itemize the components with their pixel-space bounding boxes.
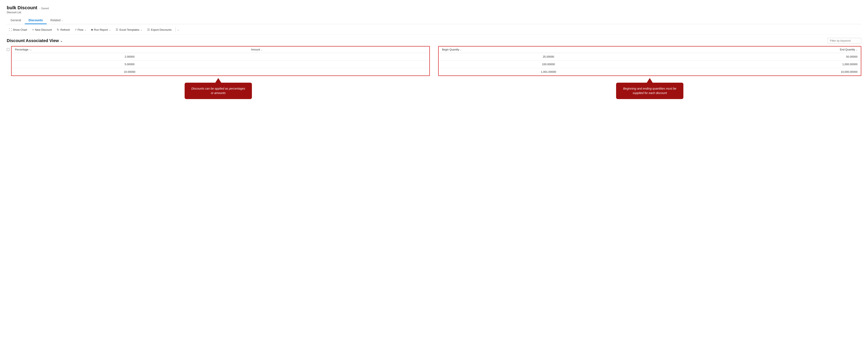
excel-templates-icon: ☵	[116, 28, 118, 31]
right-table-section: Begin Quantity ⌄ End Quantity ⌄ 25.00000…	[438, 46, 861, 99]
right-callout: Beginning and ending quantities must be …	[438, 78, 861, 99]
refresh-icon: ↻	[57, 28, 59, 31]
left-callout-arrow	[215, 78, 221, 83]
right-table: Begin Quantity ⌄ End Quantity ⌄ 25.00000…	[439, 47, 861, 75]
run-report-icon: ■	[91, 28, 93, 31]
run-report-chevron-icon: ⌄	[109, 29, 111, 31]
table-row: 2.00000	[11, 53, 429, 61]
excel-templates-chevron-icon: ⌄	[141, 29, 142, 31]
select-all-checkbox-left[interactable]	[7, 48, 9, 51]
col-percentage-sort-icon: ↑⌄	[29, 49, 32, 51]
export-discounts-label: Export Discounts	[151, 28, 172, 31]
run-report-button[interactable]: ■ Run Report ⌄	[89, 27, 113, 33]
flow-chevron-icon: ⌄	[84, 29, 86, 31]
toolbar-more-chevron-icon[interactable]: ⌄	[177, 29, 179, 31]
show-chart-label: Show Chart	[13, 28, 27, 31]
tab-general[interactable]: General	[7, 17, 25, 24]
tab-discounts-label: Discounts	[29, 19, 43, 22]
toolbar-separator	[175, 27, 176, 32]
col-percentage[interactable]: Percentage ↑⌄	[11, 47, 248, 53]
toolbar: ⛶ Show Chart + New Discount ↻ Refresh ♯ …	[7, 24, 861, 34]
view-title-label: Discount Associated View	[7, 38, 59, 43]
show-chart-button[interactable]: ⛶ Show Chart	[7, 27, 29, 33]
page-subtitle: Discount List	[7, 11, 861, 14]
cell-percentage-1: 2.00000	[11, 53, 248, 61]
cell-begin-2: 100.00000	[439, 61, 658, 68]
col-begin-quantity-label: Begin Quantity	[442, 48, 459, 51]
left-table-section: Percentage ↑⌄ Amount ⌄ 2.00000	[7, 46, 430, 99]
cell-percentage-2: 5.00000	[11, 61, 248, 68]
new-discount-label: New Discount	[35, 28, 52, 31]
table-row: 10.00000	[11, 68, 429, 76]
cell-end-1: 50.00000	[658, 53, 861, 61]
left-callout-box: Discounts can be applied as percentages …	[185, 83, 252, 99]
tab-related-chevron-icon: ⌄	[61, 19, 63, 22]
col-end-quantity-label: End Quantity	[840, 48, 855, 51]
refresh-button[interactable]: ↻ Refresh	[55, 27, 72, 33]
col-end-sort-icon: ⌄	[856, 49, 858, 51]
col-amount-sort-icon: ⌄	[261, 49, 262, 51]
right-callout-arrow	[647, 78, 653, 83]
tab-related-label: Related	[51, 19, 61, 22]
view-title-chevron-icon: ⌄	[60, 39, 63, 42]
page-saved-label: - Saved	[39, 7, 49, 10]
left-callout: Discounts can be applied as percentages …	[7, 78, 430, 99]
cell-percentage-3: 10.00000	[11, 68, 248, 76]
view-header: Discount Associated View ⌄	[7, 38, 861, 43]
tab-bar: General Discounts Related ⌄	[7, 17, 861, 24]
right-highlighted-table: Begin Quantity ⌄ End Quantity ⌄ 25.00000…	[438, 46, 861, 76]
table-row: 100.00000 1,000.00000	[439, 61, 861, 68]
right-callout-box: Beginning and ending quantities must be …	[616, 83, 683, 99]
export-discounts-icon: ☵	[147, 28, 150, 31]
flow-label: Flow	[78, 28, 83, 31]
page-title: bulk Discount	[7, 5, 37, 10]
cell-amount-3	[248, 68, 429, 76]
flow-button[interactable]: ♯ Flow ⌄	[73, 27, 88, 33]
refresh-label: Refresh	[60, 28, 70, 31]
col-amount[interactable]: Amount ⌄	[248, 47, 429, 53]
view-title[interactable]: Discount Associated View ⌄	[7, 38, 63, 43]
new-discount-icon: +	[32, 28, 34, 31]
col-amount-label: Amount	[251, 48, 260, 51]
col-begin-sort-icon: ⌄	[460, 49, 462, 51]
table-row: 5.00000	[11, 61, 429, 68]
col-end-quantity[interactable]: End Quantity ⌄	[658, 47, 861, 53]
cell-begin-3: 1,001.00000	[439, 68, 658, 76]
cell-end-2: 1,000.00000	[658, 61, 861, 68]
excel-templates-button[interactable]: ☵ Excel Templates ⌄	[114, 27, 144, 33]
right-callout-text: Beginning and ending quantities must be …	[623, 87, 677, 95]
table-row: 1,001.00000 10,000.00000	[439, 68, 861, 76]
cell-amount-2	[248, 61, 429, 68]
right-table-header-row: Begin Quantity ⌄ End Quantity ⌄	[439, 47, 861, 53]
cell-end-3: 10,000.00000	[658, 68, 861, 76]
filter-input[interactable]	[828, 38, 861, 43]
left-table-header-row: Percentage ↑⌄ Amount ⌄	[11, 47, 429, 53]
table-row: 25.00000 50.00000	[439, 53, 861, 61]
tab-related[interactable]: Related ⌄	[47, 17, 67, 24]
page-header: bulk Discount - Saved Discount List	[7, 5, 861, 14]
cell-amount-1	[248, 53, 429, 61]
tab-general-label: General	[10, 19, 21, 22]
export-discounts-button[interactable]: ☵ Export Discounts	[145, 27, 174, 33]
cell-begin-1: 25.00000	[439, 53, 658, 61]
run-report-label: Run Report	[94, 28, 108, 31]
show-chart-icon: ⛶	[9, 28, 12, 31]
excel-templates-label: Excel Templates	[119, 28, 139, 31]
left-table-row-with-checkbox: Percentage ↑⌄ Amount ⌄ 2.00000	[7, 46, 430, 76]
col-percentage-label: Percentage	[15, 48, 28, 51]
col-begin-quantity[interactable]: Begin Quantity ⌄	[439, 47, 658, 53]
tab-discounts[interactable]: Discounts	[25, 17, 47, 24]
new-discount-button[interactable]: + New Discount	[30, 27, 54, 33]
left-highlighted-table: Percentage ↑⌄ Amount ⌄ 2.00000	[11, 46, 430, 76]
left-callout-text: Discounts can be applied as percentages …	[191, 87, 245, 95]
left-table: Percentage ↑⌄ Amount ⌄ 2.00000	[11, 47, 429, 75]
flow-icon: ♯	[75, 28, 76, 31]
main-layout: Percentage ↑⌄ Amount ⌄ 2.00000	[7, 46, 861, 99]
